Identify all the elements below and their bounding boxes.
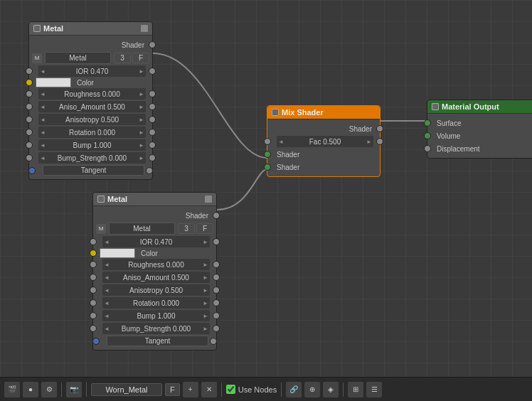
- mix-shader-output-socket[interactable]: [376, 125, 383, 132]
- tangent-socket[interactable]: [28, 167, 36, 174]
- fac-field[interactable]: Fac 0.500: [277, 136, 373, 147]
- num-field-2[interactable]: 3: [178, 223, 195, 234]
- anisotropy-out-socket[interactable]: [149, 116, 156, 123]
- bump-out-socket[interactable]: [149, 141, 156, 149]
- icon-zoom[interactable]: ⊕: [304, 382, 320, 397]
- aniso-amount-out-socket[interactable]: [149, 103, 156, 110]
- shader-type-field-2[interactable]: Metal: [109, 223, 175, 235]
- color-socket-2[interactable]: [90, 250, 97, 257]
- shader-output-socket-2[interactable]: [213, 212, 220, 219]
- use-nodes-checkbox[interactable]: [226, 385, 235, 394]
- material-output-node[interactable]: Material Output Surface Volume Displacem…: [427, 100, 532, 159]
- bump-strength-field-2[interactable]: Bump_Strength 0.000: [102, 323, 210, 334]
- volume-input-socket[interactable]: [424, 132, 431, 139]
- mix-shader-output-label: Shader: [345, 125, 376, 133]
- ior-socket-2[interactable]: [90, 238, 97, 245]
- metal-node-top[interactable]: Metal Shader M Metal 3 F IOR 0.470: [28, 21, 153, 180]
- tangent-select-2[interactable]: Tangent: [107, 336, 208, 346]
- anisotropy-socket-2[interactable]: [90, 287, 97, 294]
- volume-input-row: Volume: [427, 129, 532, 142]
- metal-node-top-title: Metal: [43, 24, 138, 33]
- rotation-out-socket[interactable]: [149, 129, 156, 136]
- node-collapse-btn[interactable]: [141, 25, 148, 32]
- ior-field[interactable]: IOR 0.470: [38, 65, 146, 77]
- rotation-field[interactable]: Rotation 0.000: [38, 127, 146, 138]
- icon-chain[interactable]: 🔗: [286, 382, 302, 397]
- roughness-socket[interactable]: [26, 90, 33, 97]
- anisotropy-out-socket-2[interactable]: [213, 287, 220, 294]
- fac-out-socket[interactable]: [376, 138, 383, 145]
- ior-out-socket-2[interactable]: [213, 238, 220, 245]
- f-field-2[interactable]: F: [196, 223, 213, 234]
- shader1-input-row: Shader: [267, 148, 380, 161]
- bump-strength-row: Bump_Strength 0.000: [29, 151, 152, 164]
- num-field[interactable]: 3: [114, 53, 131, 63]
- tangent-out-socket-2[interactable]: [210, 338, 217, 345]
- metal-node-bottom[interactable]: Metal Shader M Metal 3 F IOR 0.470: [92, 192, 217, 351]
- icon-gear[interactable]: ⚙: [41, 382, 57, 397]
- use-nodes-label[interactable]: Use Nodes: [226, 385, 277, 394]
- bump-strength-socket[interactable]: [26, 154, 33, 161]
- node-collapse-btn-2[interactable]: [205, 196, 212, 203]
- roughness-out-socket[interactable]: [149, 90, 156, 97]
- bump-socket-2[interactable]: [90, 312, 97, 319]
- shader1-input-socket[interactable]: [264, 151, 271, 158]
- metal-logo: M: [32, 53, 42, 63]
- bump-strength-out-socket-2[interactable]: [213, 325, 220, 332]
- bump-field[interactable]: Bump 1.000: [38, 139, 146, 151]
- roughness-field[interactable]: Roughness 0.000: [38, 88, 146, 100]
- ior-socket[interactable]: [26, 68, 33, 75]
- displacement-input-socket[interactable]: [424, 145, 431, 152]
- bump-out-socket-2[interactable]: [213, 312, 220, 319]
- color-swatch-2[interactable]: [100, 248, 135, 258]
- bump-socket[interactable]: [26, 141, 33, 149]
- anisotropy-field[interactable]: Anisotropy 0.500: [38, 114, 146, 125]
- aniso-amount-socket-2[interactable]: [90, 274, 97, 281]
- metal-logo-2: M: [96, 224, 106, 234]
- icon-circle[interactable]: ●: [23, 382, 38, 397]
- shader2-input-socket[interactable]: [264, 164, 271, 171]
- bump-strength-field[interactable]: Bump_Strength 0.000: [38, 152, 146, 164]
- icon-nav[interactable]: ◈: [323, 382, 339, 397]
- aniso-amount-field[interactable]: Aniso_Amount 0.500: [38, 101, 146, 112]
- mix-shader-icon: [272, 109, 279, 116]
- icon-list[interactable]: ☰: [366, 382, 382, 397]
- icon-camera2[interactable]: 📷: [66, 382, 82, 397]
- fac-socket[interactable]: [264, 138, 271, 145]
- roughness-field-2[interactable]: Roughness 0.000: [102, 259, 210, 270]
- surface-input-socket[interactable]: [424, 119, 431, 127]
- scene-name-field[interactable]: Worn_Metal: [91, 383, 162, 396]
- rotation-socket[interactable]: [26, 129, 33, 136]
- color-swatch[interactable]: [36, 77, 71, 87]
- tangent-socket-2[interactable]: [92, 338, 100, 345]
- node-canvas[interactable]: Metal Shader M Metal 3 F IOR 0.470: [0, 0, 532, 377]
- rotation-out-socket-2[interactable]: [213, 299, 220, 306]
- tangent-out-socket[interactable]: [146, 167, 153, 174]
- roughness-socket-2[interactable]: [90, 261, 97, 268]
- rotation-socket-2[interactable]: [90, 299, 97, 306]
- aniso-amount-field-2[interactable]: Aniso_Amount 0.500: [102, 272, 210, 283]
- shader-type-field[interactable]: Metal: [45, 52, 111, 64]
- aniso-amount-socket[interactable]: [26, 103, 33, 110]
- icon-add[interactable]: +: [183, 382, 198, 397]
- f-btn[interactable]: F: [165, 383, 180, 396]
- icon-grid[interactable]: ⊞: [348, 382, 363, 397]
- tangent-select[interactable]: Tangent: [43, 165, 144, 176]
- bump-strength-socket-2[interactable]: [90, 325, 97, 332]
- rotation-field-2[interactable]: Rotation 0.000: [102, 297, 210, 309]
- icon-camera[interactable]: 🎬: [4, 382, 20, 397]
- ior-field-2[interactable]: IOR 0.470: [102, 236, 210, 247]
- color-socket[interactable]: [26, 79, 33, 86]
- metal-node-top-body: Shader M Metal 3 F IOR 0.470 Color: [29, 36, 152, 179]
- anisotropy-field-2[interactable]: Anisotropy 0.500: [102, 284, 210, 296]
- shader-output-socket[interactable]: [149, 41, 156, 48]
- bump-strength-out-socket[interactable]: [149, 154, 156, 161]
- mix-shader-node[interactable]: Mix Shader Shader Fac 0.500 Shader S: [267, 105, 381, 177]
- anisotropy-socket[interactable]: [26, 116, 33, 123]
- aniso-amount-out-socket-2[interactable]: [213, 274, 220, 281]
- bump-field-2[interactable]: Bump 1.000: [102, 310, 210, 321]
- icon-remove[interactable]: ✕: [201, 382, 217, 397]
- roughness-out-socket-2[interactable]: [213, 261, 220, 268]
- f-field[interactable]: F: [132, 53, 149, 63]
- ior-out-socket[interactable]: [149, 68, 156, 75]
